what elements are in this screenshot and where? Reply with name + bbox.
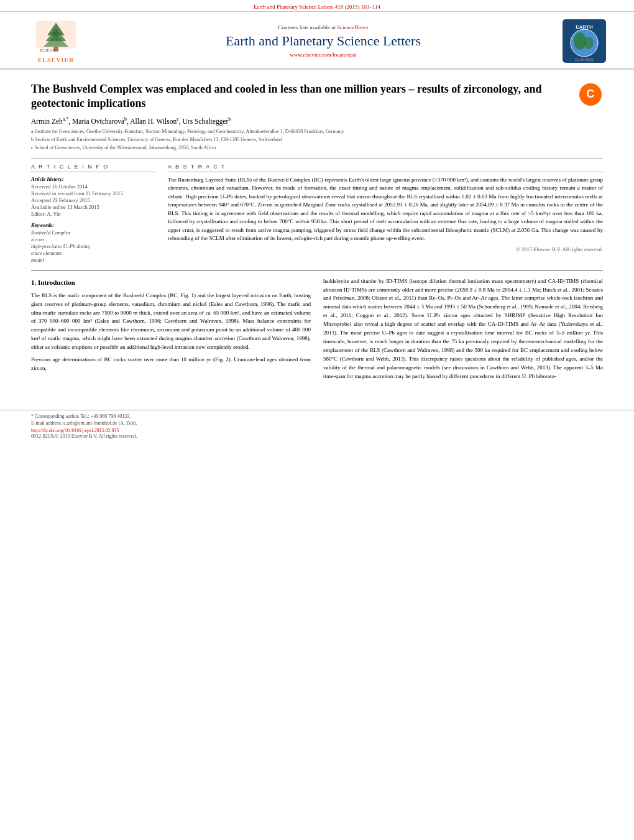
keywords-label: Keywords: xyxy=(31,222,155,228)
journal-header: 🌿 ELSEVIER ELSEVIER Contents lists avail… xyxy=(0,12,634,70)
footer-copyright: 0012-821X/© 2015 Elsevier B.V. All right… xyxy=(31,433,603,439)
online-date: Available online 13 March 2015 xyxy=(31,204,155,210)
divider-1 xyxy=(31,158,603,159)
info-abstract-columns: A R T I C L E I N F O Article history: R… xyxy=(31,164,603,264)
abstract-paragraph: The Rustenburg Layered Suite (RLS) of th… xyxy=(168,176,603,243)
author-allan-sup: c xyxy=(177,116,179,122)
elsevier-logo-area: 🌿 ELSEVIER ELSEVIER xyxy=(19,18,93,63)
history-label: Article history: xyxy=(31,176,155,182)
footer-note-1: * Corresponding author. Tel.: +49 069 79… xyxy=(31,413,603,419)
svg-text:ELSEVIER: ELSEVIER xyxy=(40,48,59,52)
body-para-right: haddeleyite and titanite by ID-TIMS (iso… xyxy=(323,277,603,381)
keyword-4: trace elements xyxy=(31,250,155,256)
author-maria: Maria Ovtcharova xyxy=(72,118,124,125)
elsevier-label-text: ELSEVIER xyxy=(38,57,75,63)
body-text-right: haddeleyite and titanite by ID-TIMS (iso… xyxy=(323,277,603,381)
body-para-1: The RLS is the mafic component of the Bu… xyxy=(31,292,311,353)
abstract-text: The Rustenburg Layered Suite (RLS) of th… xyxy=(168,176,603,243)
elsevier-tree-logo-icon: 🌿 ELSEVIER xyxy=(31,18,81,55)
body-col-left: 1. Introduction The RLS is the mafic com… xyxy=(31,277,311,385)
article-title: The Bushveld Complex was emplaced and co… xyxy=(31,82,572,111)
body-para-2: Previous age determinations of BC rocks … xyxy=(31,356,311,373)
journal-title-area: Contents lists available at ScienceDirec… xyxy=(93,24,553,58)
earth-logo-area: EARTH ELSEVIER xyxy=(553,19,615,63)
author-armin: Armin Zeh xyxy=(31,118,63,125)
body-text-left: The RLS is the mafic component of the Bu… xyxy=(31,292,311,373)
affiliations-block: a Institute for Geosciences, Goethe Univ… xyxy=(31,128,603,152)
contents-available-line: Contents lists available at ScienceDirec… xyxy=(93,24,553,30)
author-allan: Allan H. Wilson xyxy=(130,118,177,125)
svg-text:EARTH: EARTH xyxy=(576,24,593,30)
keyword-1: Bushveld Complex xyxy=(31,229,155,236)
affil-c: c School of Geosciences, University of t… xyxy=(31,144,603,152)
article-title-section: The Bushveld Complex was emplaced and co… xyxy=(31,82,603,111)
keyword-3: high-precision U–Pb dating xyxy=(31,243,155,249)
article-reference: Earth and Planetary Science Letters 418 … xyxy=(254,4,380,10)
article-info-column: A R T I C L E I N F O Article history: R… xyxy=(31,164,155,264)
contents-text: Contents lists available at xyxy=(278,24,336,30)
abstract-header: A B S T R A C T xyxy=(168,164,603,172)
earth-globe-icon: EARTH ELSEVIER xyxy=(563,19,606,63)
page: Earth and Planetary Science Letters 418 … xyxy=(0,0,634,840)
svg-text:C: C xyxy=(587,88,595,100)
revised-date: Received in revised form 11 February 201… xyxy=(31,190,155,196)
body-col-right: haddeleyite and titanite by ID-TIMS (iso… xyxy=(323,277,603,385)
article-reference-bar: Earth and Planetary Science Letters 418 … xyxy=(0,0,634,12)
author-urs: Urs Schaltegger xyxy=(183,118,229,125)
author-maria-sup: b xyxy=(124,116,127,122)
footer-note-2: E-mail address: a.zeh@em.uni-frankfurt.d… xyxy=(31,420,603,426)
journal-url[interactable]: www.elsevier.com/locate/epsl xyxy=(93,52,553,58)
authors-line: Armin Zeha,*, Maria Ovtcharovab, Allan H… xyxy=(31,116,603,125)
crossmark-icon[interactable]: C xyxy=(578,82,603,107)
body-columns: 1. Introduction The RLS is the mafic com… xyxy=(31,277,603,385)
keyword-2: zircon xyxy=(31,236,155,242)
abstract-column: A B S T R A C T The Rustenburg Layered S… xyxy=(168,164,603,264)
svg-text:ELSEVIER: ELSEVIER xyxy=(575,58,594,62)
main-content-area: The Bushveld Complex was emplaced and co… xyxy=(0,70,634,391)
copyright-line: © 2015 Elsevier B.V. All rights reserved… xyxy=(168,246,603,252)
body-divider xyxy=(31,270,603,271)
affil-a: a Institute for Geosciences, Goethe Univ… xyxy=(31,128,603,136)
keywords-block: Keywords: Bushveld Complex zircon high-p… xyxy=(31,222,155,263)
journal-title: Earth and Planetary Science Letters xyxy=(93,33,553,49)
affil-b: b Section of Earth and Environmental Sci… xyxy=(31,136,603,144)
editor: Editor: A. Yin xyxy=(31,211,155,217)
author-urs-sup: b xyxy=(228,116,231,122)
accepted-date: Accepted 23 February 2015 xyxy=(31,197,155,203)
footer-doi-link[interactable]: http://dx.doi.org/10.1016/j.epsl.2015.02… xyxy=(31,428,603,433)
article-history-block: Article history: Received 16 October 201… xyxy=(31,176,155,217)
sciencedirect-link[interactable]: ScienceDirect xyxy=(337,24,368,30)
svg-point-10 xyxy=(584,37,594,49)
section1-title: 1. Introduction xyxy=(31,277,311,288)
received-date: Received 16 October 2014 xyxy=(31,183,155,190)
keyword-5: model xyxy=(31,257,155,263)
footer: * Corresponding author. Tel.: +49 069 79… xyxy=(0,410,634,439)
author-armin-sup: a,* xyxy=(63,116,69,122)
article-info-header: A R T I C L E I N F O xyxy=(31,164,155,172)
